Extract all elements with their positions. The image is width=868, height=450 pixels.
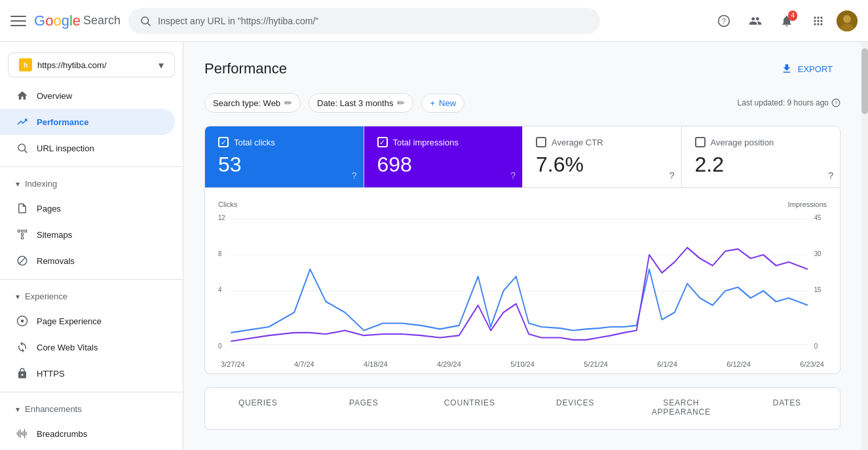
- experience-section-header[interactable]: ▾ Experience: [0, 285, 183, 308]
- svg-rect-21: [22, 234, 24, 236]
- performance-icon: [16, 115, 29, 128]
- svg-point-5: [817, 16, 819, 18]
- tab-pages[interactable]: PAGES: [311, 388, 417, 429]
- divider-1: [0, 166, 183, 167]
- search-type-filter[interactable]: Search type: Web ✏: [204, 93, 301, 113]
- average-position-value: 2.2: [695, 153, 827, 177]
- property-selector[interactable]: h https://hytiba.com/ ▾: [8, 52, 175, 77]
- divider-2: [0, 279, 183, 280]
- average-position-card[interactable]: Average position 2.2 ?: [682, 126, 840, 187]
- chart-area: Clicks Impressions 12 8 4 0 45: [204, 188, 840, 374]
- page-title-row: Performance EXPORT: [204, 58, 840, 80]
- tab-countries[interactable]: COUNTRIES: [417, 388, 523, 429]
- top-header: Google Search Inspect any URL in "https:…: [0, 0, 868, 42]
- impressions-help-icon[interactable]: ?: [510, 170, 516, 181]
- pages-label: Pages: [37, 204, 61, 214]
- sidebar-item-core-web-vitals[interactable]: Core Web Vitals: [0, 334, 175, 360]
- property-url: https://hytiba.com/: [37, 60, 153, 70]
- page-title: Performance: [204, 60, 287, 77]
- indexing-section-header[interactable]: ▾ Indexing: [0, 172, 183, 195]
- svg-point-12: [820, 23, 822, 25]
- https-label: HTTPS: [37, 369, 65, 379]
- sidebar-item-https[interactable]: HTTPS: [0, 360, 175, 386]
- indexing-label: Indexing: [25, 179, 57, 189]
- total-clicks-card[interactable]: Total clicks 53 ?: [205, 126, 364, 187]
- date-filter[interactable]: Date: Last 3 months ✏: [309, 93, 413, 113]
- apps-icon: [812, 14, 825, 28]
- svg-line-1: [147, 23, 150, 26]
- total-impressions-checkbox[interactable]: [377, 137, 388, 147]
- hamburger-menu[interactable]: [10, 13, 26, 29]
- divider-3: [0, 392, 183, 392]
- ctr-help-icon[interactable]: ?: [670, 170, 675, 181]
- tab-devices[interactable]: DEVICES: [523, 388, 629, 429]
- total-clicks-checkbox[interactable]: [218, 137, 229, 147]
- sidebar-item-breadcrumbs[interactable]: Breadcrumbs: [0, 421, 175, 447]
- position-help-icon[interactable]: ?: [828, 170, 833, 181]
- chevron-down-icon: ▾: [159, 59, 164, 71]
- edit-icon: ✏: [284, 98, 292, 108]
- average-ctr-card[interactable]: Average CTR 7.6% ?: [523, 126, 682, 187]
- page-experience-label: Page Experience: [37, 316, 102, 326]
- svg-point-11: [817, 23, 819, 25]
- svg-rect-18: [18, 230, 20, 232]
- svg-rect-22: [22, 237, 24, 239]
- https-icon: [16, 367, 29, 380]
- performance-label: Performance: [37, 117, 88, 127]
- info-icon: ?: [831, 98, 840, 107]
- core-web-vitals-icon: [16, 341, 29, 354]
- total-impressions-card[interactable]: Total impressions 698 ?: [364, 126, 523, 187]
- scrollbar-track[interactable]: [861, 42, 868, 450]
- tab-dates[interactable]: DATES: [734, 388, 840, 429]
- sidebar-item-removals[interactable]: Removals: [0, 248, 175, 274]
- sidebar-item-url-inspection[interactable]: URL inspection: [0, 135, 175, 161]
- bottom-tabs: QUERIES PAGES COUNTRIES DEVICES SEARCH A…: [204, 387, 840, 430]
- scrollbar-thumb[interactable]: [861, 48, 868, 114]
- tab-queries[interactable]: QUERIES: [205, 388, 311, 429]
- clicks-help-icon[interactable]: ?: [352, 170, 357, 181]
- last-updated: Last updated: 9 hours ago ?: [738, 98, 840, 107]
- search-placeholder: Inspect any URL in "https://hytiba.com/": [158, 16, 318, 26]
- sidebar-item-performance[interactable]: Performance: [0, 109, 175, 135]
- total-clicks-value: 53: [218, 153, 350, 177]
- svg-line-17: [24, 150, 27, 153]
- apps-button[interactable]: [805, 8, 831, 34]
- sidebar-item-sitemaps[interactable]: Sitemaps: [0, 221, 175, 248]
- filter-row: Search type: Web ✏ Date: Last 3 months ✏…: [204, 93, 840, 113]
- url-inspection-search[interactable]: Inspect any URL in "https://hytiba.com/": [128, 8, 600, 34]
- export-button[interactable]: EXPORT: [773, 58, 840, 80]
- breadcrumbs-icon: [16, 427, 29, 440]
- sidebar-item-page-experience[interactable]: Page Experience: [0, 308, 175, 334]
- enhancements-section-header[interactable]: ▾ Enhancements: [0, 398, 183, 421]
- main-layout: h https://hytiba.com/ ▾ Overview Perform…: [0, 42, 868, 450]
- svg-point-7: [814, 20, 816, 22]
- average-position-checkbox[interactable]: [695, 137, 706, 147]
- clicks-axis-label: Clicks: [218, 200, 237, 208]
- svg-text:?: ?: [722, 17, 726, 25]
- notification-badge: 4: [788, 10, 797, 21]
- svg-text:?: ?: [835, 100, 837, 106]
- x-label-4: 5/10/24: [510, 360, 535, 368]
- x-label-0: 3/27/24: [221, 360, 245, 368]
- svg-point-24: [21, 320, 24, 323]
- average-ctr-checkbox[interactable]: [536, 137, 546, 147]
- help-button[interactable]: ?: [711, 8, 737, 34]
- people-icon: [749, 14, 762, 28]
- sidebar-item-pages[interactable]: Pages: [0, 195, 175, 221]
- svg-text:15: 15: [814, 286, 821, 294]
- property-icon: h: [19, 58, 32, 71]
- average-position-label: Average position: [711, 138, 774, 147]
- avatar[interactable]: [837, 10, 858, 31]
- tab-search-appearance[interactable]: SEARCH APPEARANCE: [628, 388, 734, 429]
- user-management-button[interactable]: [742, 8, 768, 34]
- breadcrumbs-label: Breadcrumbs: [37, 429, 87, 439]
- svg-rect-19: [22, 230, 24, 232]
- total-impressions-value: 698: [377, 153, 510, 177]
- chart-x-labels: 3/27/24 4/7/24 4/18/24 4/29/24 5/10/24 5…: [218, 360, 827, 368]
- tabs-row: QUERIES PAGES COUNTRIES DEVICES SEARCH A…: [205, 388, 840, 429]
- sidebar: h https://hytiba.com/ ▾ Overview Perform…: [0, 42, 183, 450]
- sidebar-item-overview[interactable]: Overview: [0, 83, 175, 109]
- help-icon: ?: [717, 14, 730, 28]
- new-filter-button[interactable]: + New: [421, 94, 464, 113]
- notifications-button[interactable]: 4: [774, 8, 800, 34]
